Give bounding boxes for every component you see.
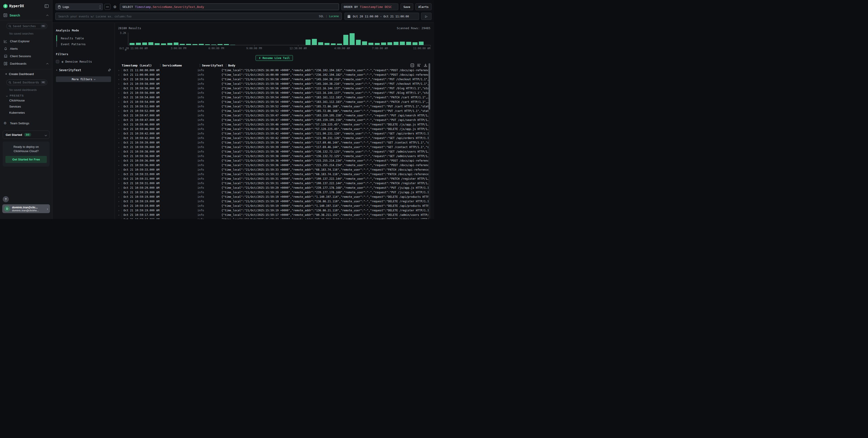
create-dashboard-button[interactable]: + Create Dashboard: [0, 69, 52, 77]
code-view-button[interactable]: <>: [104, 4, 111, 10]
table-row[interactable]: ›Oct 21 10:59:47.000 AMinfo{"time_local"…: [118, 113, 430, 118]
vertical-scrollbar[interactable]: [428, 63, 430, 219]
histogram-bar[interactable]: [406, 42, 411, 45]
resume-live-tail-button[interactable]: Resume Live Tail: [255, 55, 293, 61]
table-row[interactable]: ›Oct 21 10:59:54.000 AMinfo{"time_local"…: [118, 100, 430, 104]
sidebar-item-chart-explorer[interactable]: Chart Explorer: [0, 37, 52, 45]
table-row[interactable]: ›Oct 21 10:59:52.000 AMinfo{"time_local"…: [118, 104, 430, 109]
sidebar-item-alerts[interactable]: Alerts: [0, 45, 52, 53]
table-row[interactable]: ›Oct 21 10:59:19.000 AMinfo{"time_local"…: [118, 199, 430, 204]
table-row[interactable]: ›Oct 21 10:59:39.000 AMinfo{"time_local"…: [118, 140, 430, 145]
select-query-input[interactable]: SELECT Timestamp,ServiceName,SeverityTex…: [120, 3, 339, 10]
denoise-checkbox[interactable]: [56, 60, 59, 63]
gear-icon[interactable]: ⚙: [112, 4, 118, 10]
sidebar-collapse-icon[interactable]: [44, 4, 49, 8]
table-row[interactable]: ›Oct 21 10:59:54.000 AMinfo{"time_local"…: [118, 95, 430, 100]
table-row[interactable]: ›Oct 21 10:59:39.000 AMinfo{"time_local"…: [118, 145, 430, 149]
facet-severitytext[interactable]: › SeverityText: [56, 68, 111, 72]
table-row[interactable]: ›Oct 21 10:59:56.000 AMinfo{"time_local"…: [118, 91, 430, 95]
order-by-input[interactable]: ORDER BY TimestampTime DESC: [341, 3, 398, 10]
more-filters-button[interactable]: More filters: [56, 76, 111, 82]
histogram-bar[interactable]: [331, 43, 336, 45]
saved-dashboards-input[interactable]: Saved Dashboards ⌘K: [6, 79, 47, 85]
table-row[interactable]: ›Oct 21 10:59:42.000 AMinfo{"time_local"…: [118, 131, 430, 136]
sidebar-item-kubernetes[interactable]: Kubernetes: [0, 110, 52, 116]
save-button[interactable]: Save: [401, 3, 413, 10]
table-row[interactable]: ›Oct 21 10:59:31.000 AMinfo{"time_local"…: [118, 176, 430, 181]
table-row[interactable]: ›Oct 21 10:59:46.000 AMinfo{"time_local"…: [118, 122, 430, 127]
table-row[interactable]: ›Oct 21 10:59:38.000 AMinfo{"time_local"…: [118, 154, 430, 159]
search-input[interactable]: Search your events w/ Lucene ex. column:…: [55, 13, 342, 20]
get-started-free-button[interactable]: Get Started for Free: [5, 156, 47, 163]
histogram-bar[interactable]: [400, 42, 405, 45]
histogram-bar[interactable]: [167, 43, 172, 45]
histogram-bar[interactable]: [148, 42, 153, 45]
alerts-button[interactable]: Alerts: [415, 3, 432, 10]
histogram-bar[interactable]: [306, 39, 311, 45]
table-row[interactable]: ›Oct 21 11:00:00.000 AMinfo{"time_local"…: [118, 72, 430, 77]
denoise-results-toggle[interactable]: ◐ Denoise Results: [56, 60, 111, 63]
table-row[interactable]: ›Oct 21 10:59:31.000 AMinfo{"time_local"…: [118, 181, 430, 186]
sidebar-item-client-sessions[interactable]: Client Sessions: [0, 53, 52, 60]
table-row[interactable]: ›Oct 21 10:59:19.000 AMinfo{"time_local"…: [118, 204, 430, 208]
source-select[interactable]: Logs: [55, 3, 103, 10]
histogram-bar[interactable]: [174, 42, 179, 45]
histogram-bar[interactable]: [142, 42, 147, 45]
histogram-bar[interactable]: [337, 44, 342, 45]
table-row[interactable]: ›Oct 21 10:59:46.000 AMinfo{"time_local"…: [118, 127, 430, 131]
histogram-bar[interactable]: [343, 35, 348, 45]
mode-event-patterns[interactable]: Event Patterns: [56, 41, 111, 47]
table-row[interactable]: ›Oct 21 10:59:42.000 AMinfo{"time_local"…: [118, 136, 430, 140]
table-row[interactable]: ›Oct 21 10:59:17.000 AMinfo{"time_local"…: [118, 213, 430, 217]
lucene-toggle[interactable]: Lucene: [329, 15, 339, 18]
table-row[interactable]: ›Oct 21 10:59:47.000 AMinfo{"time_local"…: [118, 118, 430, 122]
histogram-bar[interactable]: [324, 43, 330, 45]
pin-icon[interactable]: [108, 68, 111, 72]
histogram-bar[interactable]: [312, 39, 317, 45]
sql-toggle[interactable]: SQL: [319, 15, 324, 18]
histogram-bar[interactable]: [161, 43, 166, 45]
histogram-bar[interactable]: [394, 42, 399, 45]
table-row[interactable]: ›Oct 21 10:59:52.000 AMinfo{"time_local"…: [118, 109, 430, 113]
table-row[interactable]: ›Oct 21 10:59:36.000 AMinfo{"time_local"…: [118, 163, 430, 167]
sidebar-item-dashboards[interactable]: Dashboards: [0, 60, 52, 67]
sidebar-item-search[interactable]: Search: [0, 11, 52, 20]
column-header-severitytext[interactable]: SeverityText: [202, 64, 226, 67]
sidebar-item-clickhouse[interactable]: ClickHouse: [0, 97, 52, 103]
table-row[interactable]: ›Oct 21 10:59:29.000 AMinfo{"time_local"…: [118, 190, 430, 195]
table-row[interactable]: ›Oct 21 10:59:56.000 AMinfo{"time_local"…: [118, 86, 430, 91]
column-header-timestamp[interactable]: Timestamp (Local): [122, 64, 160, 67]
sidebar-item-team-settings[interactable]: ⚙ Team Settings: [0, 119, 52, 127]
table-row[interactable]: ›Oct 21 10:59:36.000 AMinfo{"time_local"…: [118, 159, 430, 163]
table-row[interactable]: ›Oct 21 10:59:17.000 AMinfo{"time_local"…: [118, 217, 430, 219]
histogram-bar[interactable]: [419, 42, 424, 45]
saved-searches-input[interactable]: Saved Searches ⌘K: [6, 23, 47, 29]
wrap-lines-icon[interactable]: [417, 64, 421, 67]
histogram-bar[interactable]: [136, 43, 141, 45]
histogram-bar[interactable]: [412, 42, 417, 45]
get-started-accordion[interactable]: Get Started 3/3: [3, 131, 50, 139]
column-resize-handle[interactable]: [160, 64, 161, 67]
histogram-bar[interactable]: [388, 42, 393, 45]
column-resize-handle[interactable]: [226, 64, 226, 67]
mode-results-table[interactable]: Results Table: [56, 35, 111, 41]
table-row[interactable]: ›Oct 21 10:59:33.000 AMinfo{"time_local"…: [118, 172, 430, 176]
histogram-bar[interactable]: [318, 42, 323, 45]
table-row[interactable]: ›Oct 21 10:59:38.000 AMinfo{"time_local"…: [118, 149, 430, 154]
histogram-bar[interactable]: [368, 43, 373, 45]
chevron-up-icon[interactable]: [46, 62, 48, 65]
user-menu[interactable]: D dominic.tran@clic... dominic.tran@clic…: [2, 204, 50, 213]
column-header-body[interactable]: Body: [228, 64, 408, 67]
download-icon[interactable]: [424, 64, 427, 67]
histogram-bar[interactable]: [375, 43, 380, 45]
table-row[interactable]: ›Oct 21 10:59:33.000 AMinfo{"time_local"…: [118, 167, 430, 172]
scrollbar-thumb[interactable]: [429, 63, 430, 110]
histogram-bar[interactable]: [381, 42, 386, 45]
table-row[interactable]: ›Oct 21 10:59:29.000 AMinfo{"time_local"…: [118, 186, 430, 190]
column-config-icon[interactable]: [410, 64, 414, 67]
histogram-bar[interactable]: [350, 33, 354, 45]
table-row[interactable]: ›Oct 21 10:59:58.000 AMinfo{"time_local"…: [118, 81, 430, 86]
sidebar-item-services[interactable]: Services: [0, 103, 52, 110]
column-resize-handle[interactable]: [200, 64, 200, 67]
table-row[interactable]: ›Oct 21 10:59:19.000 AMinfo{"time_local"…: [118, 208, 430, 213]
